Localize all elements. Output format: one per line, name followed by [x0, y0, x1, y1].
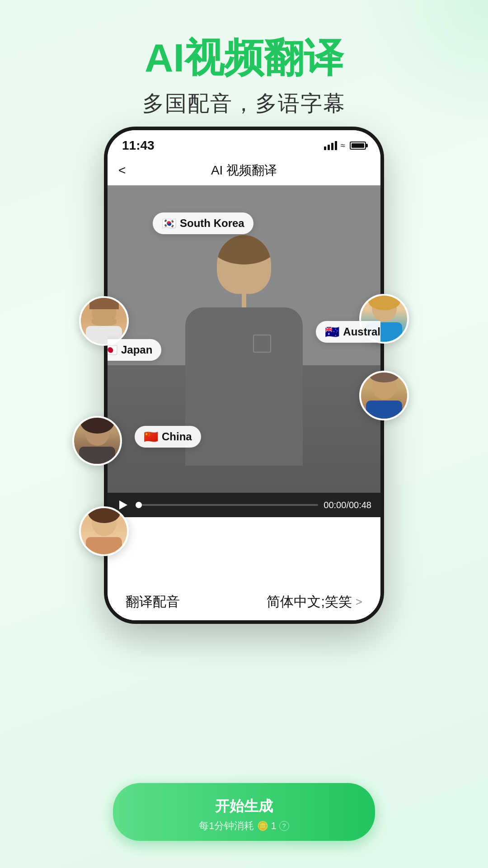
- main-title: AI视频翻译: [0, 36, 488, 80]
- start-button-area[interactable]: 开始生成 每1分钟消耗 🪙 1 ?: [113, 783, 375, 841]
- avatar-face-5: [81, 508, 127, 554]
- nav-title: AI 视频翻译: [211, 162, 277, 179]
- time-display: 00:00/00:48: [324, 500, 371, 510]
- country-label-australia: 🇦🇺 Australia: [316, 321, 380, 343]
- start-btn-label: 开始生成: [113, 797, 375, 816]
- status-bar: 11:43 ≈: [108, 130, 380, 157]
- chevron-right-icon: >: [356, 595, 362, 609]
- cost-text: 每1分钟消耗: [199, 819, 254, 833]
- country-name-japan: Japan: [121, 344, 152, 356]
- phone-mockup: 11:43 ≈ < AI 视频翻译: [104, 127, 384, 624]
- country-name-china: China: [162, 430, 192, 443]
- sub-title: 多国配音，多语字幕: [0, 89, 488, 118]
- avatar-man-right: [359, 371, 409, 420]
- video-container: 🇰🇷 South Korea 🇯🇵 Japan 🇦🇺 Australia 🇨🇳 …: [108, 185, 380, 493]
- progress-bar[interactable]: [136, 504, 318, 506]
- header-section: AI视频翻译 多国配音，多语字幕: [0, 0, 488, 136]
- flag-japan: 🇯🇵: [108, 344, 117, 356]
- country-label-south-korea: 🇰🇷 South Korea: [153, 212, 253, 234]
- country-label-china: 🇨🇳 China: [135, 426, 201, 448]
- flag-australia: 🇦🇺: [325, 326, 339, 338]
- signal-icon: [324, 141, 337, 150]
- flag-south-korea: 🇰🇷: [162, 217, 176, 229]
- status-time: 11:43: [122, 138, 155, 153]
- start-btn-sub: 每1分钟消耗 🪙 1 ?: [113, 819, 375, 833]
- back-button[interactable]: <: [118, 163, 126, 178]
- start-generate-button[interactable]: 开始生成 每1分钟消耗 🪙 1 ?: [113, 783, 375, 841]
- avatar-woman-bottom: [79, 506, 129, 556]
- progress-dot: [136, 502, 142, 508]
- coin-icon: 🪙: [257, 821, 268, 831]
- translation-setting: 简体中文;笑笑: [267, 593, 352, 611]
- video-background: 🇰🇷 South Korea 🇯🇵 Japan 🇦🇺 Australia 🇨🇳 …: [108, 185, 380, 493]
- question-icon: ?: [279, 821, 289, 831]
- avatar-man-top: [79, 296, 129, 346]
- phone-nav: < AI 视频翻译: [108, 157, 380, 185]
- video-controls: 00:00/00:48: [108, 493, 380, 517]
- avatar-face-2: [74, 418, 120, 464]
- avatar-woman-left: [72, 416, 122, 466]
- avatar-face-4: [361, 373, 407, 419]
- wifi-icon: ≈: [341, 141, 345, 151]
- coin-amount: 1: [271, 820, 277, 832]
- battery-icon: [350, 142, 366, 150]
- translation-label: 翻译配音: [126, 593, 180, 611]
- translation-value[interactable]: 简体中文;笑笑 >: [267, 593, 362, 611]
- avatar-face-1: [81, 298, 127, 344]
- status-icons: ≈: [324, 141, 366, 151]
- bottom-panel: 翻译配音 简体中文;笑笑 >: [108, 579, 380, 620]
- translation-row[interactable]: 翻译配音 简体中文;笑笑 >: [126, 593, 362, 611]
- flag-china: 🇨🇳: [144, 431, 158, 443]
- country-label-japan: 🇯🇵 Japan: [108, 339, 161, 361]
- country-name-australia: Australia: [343, 326, 380, 338]
- country-name-south-korea: South Korea: [180, 217, 244, 230]
- phone-frame: 11:43 ≈ < AI 视频翻译: [104, 127, 384, 624]
